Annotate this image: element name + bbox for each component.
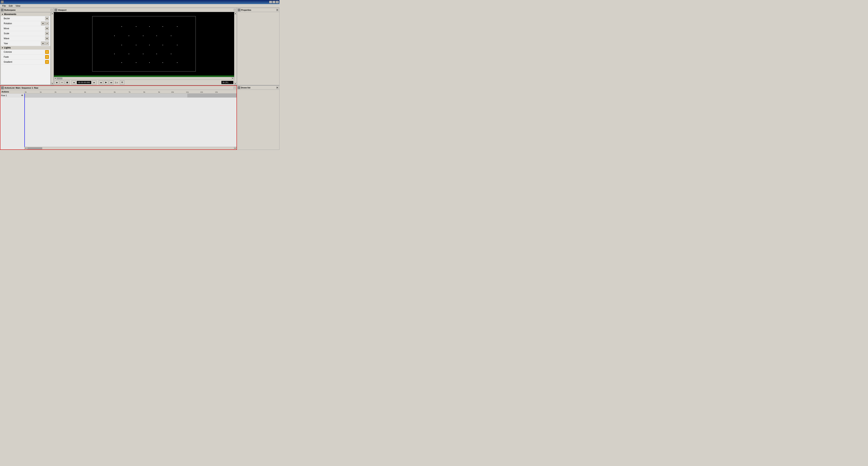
lights-section-header[interactable]: ▼ Lights [1, 46, 50, 49]
timeline-scroll-right[interactable]: ► [234, 147, 237, 149]
timeline-scroll-left[interactable]: ◄ [25, 147, 27, 149]
vp-hscroll-thumb[interactable] [57, 77, 62, 79]
ruler-0s: 0s [25, 91, 27, 93]
drone-dot [156, 35, 157, 36]
movements-arrow: ▼ [1, 13, 3, 15]
yaw-buttons: + ↗ [41, 42, 49, 45]
scroll-up-button[interactable]: ▲ [51, 12, 54, 14]
drone-dot [121, 62, 122, 63]
row1-label: Row 1 [1, 94, 21, 97]
gradient-add-button[interactable]: + [45, 60, 49, 64]
rotation-buttons: + ↗ [41, 22, 49, 25]
viewport-header: Viewport ─ [54, 8, 237, 12]
yaw-arrow-button[interactable]: ↗ [45, 42, 49, 45]
properties-icon [238, 9, 240, 11]
buttonpane-icon [1, 9, 3, 11]
lights-arrow: ▼ [1, 47, 3, 49]
drone-dot [149, 45, 150, 45]
menu-view[interactable]: View [14, 4, 22, 8]
actionlist-content: Actions Row 1 👁 0s 1s 2s 3s [0, 90, 237, 149]
bezier-row: Bezier + [1, 16, 50, 21]
vp-scroll-up[interactable]: ▲ [234, 12, 237, 14]
scale-add-button[interactable]: + [45, 32, 49, 35]
movements-section-header[interactable]: ▼ Movements [1, 12, 50, 16]
actionlist-minimize[interactable]: ─ [234, 87, 236, 89]
colorize-add-button[interactable]: + [45, 50, 49, 54]
properties-minimize[interactable]: ▶ [276, 9, 279, 11]
minimize-button[interactable]: ─ [269, 1, 272, 3]
vp-time-display: 00:00:00:000 [77, 81, 91, 84]
timeline-row1 [25, 94, 237, 98]
vp-rewind-btn[interactable]: ⏮ [99, 80, 103, 85]
menu-file[interactable]: File [1, 4, 7, 8]
timeline-hscrollbar: ◄ ► [25, 147, 237, 149]
buttonpane-body: ▼ Movements Bezier + Rotation [0, 12, 54, 85]
fade-row: Fade + [1, 55, 50, 60]
drone-dot [136, 45, 136, 45]
rotation-add-button[interactable]: + [41, 22, 45, 25]
drone-dot [149, 62, 150, 63]
vp-square-btn1[interactable]: ■ [55, 80, 59, 85]
bezier-buttons: + [45, 16, 49, 20]
vp-scroll-left[interactable]: ◄ [54, 77, 57, 80]
gradient-row: Gradient + [1, 60, 50, 65]
timeline-ruler: 0s 1s 2s 3s 4s 5s 6s 7s 8s 9s 10s 11s [25, 90, 237, 94]
main-layout: Buttonpane ─ ▼ Movements Bezier + [0, 8, 279, 150]
row1-visibility-toggle[interactable]: 👁 [21, 94, 24, 97]
wave-buttons: + [45, 37, 49, 40]
drone-dot [136, 26, 136, 27]
ground-bar [54, 75, 234, 77]
fade-add-button[interactable]: + [45, 55, 49, 59]
timeline-active-region[interactable] [25, 94, 187, 97]
drone-dot [177, 45, 178, 45]
bezier-add-button[interactable]: + [45, 16, 49, 20]
ruler-7s: 7s [129, 91, 130, 93]
yaw-add-button[interactable]: + [41, 42, 45, 45]
dronelist-title: Drone list [241, 87, 250, 89]
vp-settings-btn[interactable]: ⚙ [120, 80, 124, 85]
ruler-5s: 5s [99, 91, 101, 93]
ruler-1s: 1s [40, 91, 42, 93]
drone-dot [129, 35, 129, 36]
title-bar-left [1, 1, 4, 3]
vp-prev-btn[interactable]: ◄ [72, 80, 76, 85]
viewport-minimize[interactable]: ─ [234, 9, 236, 11]
drone-dot [156, 54, 157, 54]
viewport-main: ◄ ► ■ ▭ ▣ ◄ 00:00:00:000 ► ⏮ ▶ [54, 12, 234, 85]
move-add-button[interactable]: + [45, 27, 49, 30]
drone-dot [162, 62, 163, 63]
scroll-down-button[interactable]: ▼ [51, 82, 54, 85]
vp-square-btn2[interactable]: ▭ [60, 80, 64, 85]
wave-add-button[interactable]: + [45, 37, 49, 40]
scale-label: Scale [4, 32, 9, 35]
lights-label: Lights [4, 46, 11, 49]
scale-row: Scale + [1, 31, 50, 36]
dronelist-content [237, 90, 279, 149]
properties-content [237, 12, 279, 85]
viewport-wrapper: ◄ ► ■ ▭ ▣ ◄ 00:00:00:000 ► ⏮ ▶ [54, 12, 237, 85]
timeline-scroll-thumb[interactable] [27, 147, 42, 149]
rotation-label: Rotation [4, 22, 12, 25]
close-button[interactable]: ✕ [276, 1, 279, 3]
vp-play-btn[interactable]: ▶ [104, 80, 108, 85]
dronelist-minimize[interactable]: ▶ [276, 87, 279, 89]
drone-dot [177, 62, 178, 63]
drone-dot [114, 35, 115, 36]
rotation-row: Rotation + ↗ [1, 21, 50, 26]
ruler-2s: 2s [55, 91, 57, 93]
vp-next-btn[interactable]: ► [92, 80, 96, 85]
vp-fast-forward-btn[interactable]: ⏭ [109, 80, 114, 85]
maximize-button[interactable]: □ [273, 1, 275, 3]
ruler-12s: 12s [200, 91, 203, 93]
vp-scroll-right[interactable]: ► [231, 77, 234, 80]
vp-scroll-down[interactable]: ▼ [234, 82, 237, 85]
buttonpane-header: Buttonpane ─ [0, 8, 54, 12]
drone-dot [129, 54, 129, 54]
rotation-arrow-button[interactable]: ↗ [45, 22, 49, 25]
menu-edit[interactable]: Edit [7, 4, 14, 8]
gradient-buttons: + [45, 60, 49, 64]
bottom-row: ActionList: Main: Sequence 1: Raw ─ Acti… [0, 86, 279, 150]
vp-square-btn3[interactable]: ▣ [65, 80, 69, 85]
buttonpane-minimize[interactable]: ─ [51, 9, 53, 11]
buttonpane-content: ▼ Movements Bezier + Rotation [1, 12, 51, 85]
